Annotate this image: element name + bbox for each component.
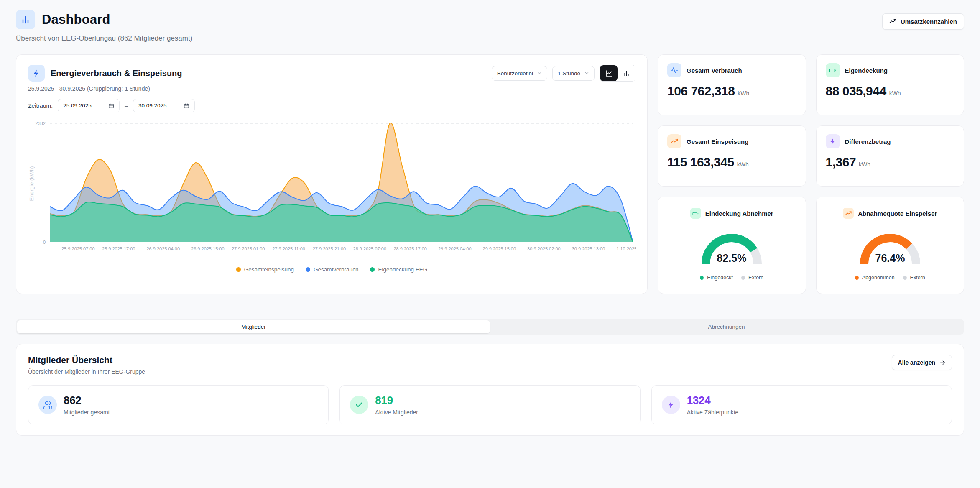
svg-text:30.9.2025 13:00: 30.9.2025 13:00 [572,246,605,251]
svg-text:30.9.2025 02:00: 30.9.2025 02:00 [527,246,561,251]
eindeckung-gauge: 82.5% [692,224,771,271]
gauge-legend: Abgenommen Extern [855,275,925,281]
chart-legend: Gesamteinspeisung Gesamtverbrauch Eigend… [28,266,635,273]
svg-text:28.9.2025 07:00: 28.9.2025 07:00 [353,246,387,251]
members-title: Mitglieder Übersicht [28,355,145,365]
stat-card-differenzbetrag: Differenzbetrag 1,367kWh [816,125,965,187]
page-subtitle: Übersicht von EEG-Oberlungau (862 Mitgli… [16,34,192,43]
energy-chart-svg: Energie (kWh) 2332025.9.2025 07:0025.9.2… [28,117,636,264]
svg-text:76.4%: 76.4% [875,252,905,264]
member-stat-total: 862 Mitglieder gesamt [28,385,329,424]
line-chart-icon [605,70,612,77]
svg-text:25.9.2025 07:00: 25.9.2025 07:00 [61,246,95,251]
svg-text:2332: 2332 [36,121,46,126]
chart-type-toggle [600,65,635,82]
stat-value: 106 762,318kWh [667,84,796,98]
zeitraum-label: Zeitraum: [28,102,53,109]
bar-chart-toggle-button[interactable] [618,65,635,81]
legend-item: Gesamtverbrauch [306,266,358,273]
check-icon [350,396,368,414]
stat-value: 115 163,345kWh [667,155,796,169]
legend-item: Gesamteinspeisung [236,266,294,273]
member-stat-meter-points: 1324 Aktive Zählerpunkte [651,385,952,424]
gauge-card-eindeckung-abnehmer: Eindeckung Abnehmer 82.5% Eingedeckt Ext… [658,197,806,294]
stat-card-gesamt-verbrauch: Gesamt Verbrauch 106 762,318kWh [658,54,806,115]
chart-subtitle: 25.9.2025 - 30.9.2025 (Gruppierung: 1 St… [28,85,182,92]
gauge-legend: Eingedeckt Extern [700,275,763,281]
section-tabs: Mitglieder Abrechnungen [16,319,964,335]
svg-text:27.9.2025 21:00: 27.9.2025 21:00 [313,246,346,251]
page-header: Dashboard Übersicht von EEG-Oberlungau (… [16,10,964,43]
member-total-value: 862 [64,394,110,407]
dashboard-page: Dashboard Übersicht von EEG-Oberlungau (… [0,0,980,446]
member-stat-active: 819 Aktive Mitglieder [339,385,640,424]
zap-icon [826,134,840,148]
svg-text:82.5%: 82.5% [717,252,747,264]
legend-item: Eigendeckung EEG [370,266,427,273]
date-from-input[interactable]: 25.09.2025 [58,99,120,112]
meter-points-value: 1324 [687,394,739,407]
page-title: Dashboard [42,12,110,27]
arrow-right-icon [939,360,946,366]
svg-text:0: 0 [43,240,46,245]
chart-header-left: Energieverbrauch & Einspeisung 25.9.2025… [28,65,182,92]
calendar-icon [184,103,189,109]
stats-column: Gesamt Verbrauch 106 762,318kWh Eigendec… [658,54,964,294]
svg-text:25.9.2025 17:00: 25.9.2025 17:00 [102,246,135,251]
y-axis-label: Energie (kWh) [28,166,35,201]
line-chart-toggle-button[interactable] [600,65,618,81]
svg-text:26.9.2025 04:00: 26.9.2025 04:00 [146,246,180,251]
svg-text:26.9.2025 15:00: 26.9.2025 15:00 [191,246,225,251]
date-separator: – [125,102,128,109]
calendar-icon [108,103,114,109]
svg-text:28.9.2025 17:00: 28.9.2025 17:00 [393,246,427,251]
gauge-card-abnahmequote-einspeiser: Abnahmequote Einspeiser 76.4% Abgenommen… [816,197,965,294]
tab-mitglieder[interactable]: Mitglieder [17,320,490,333]
stat-value: 88 035,944kWh [826,84,955,98]
bar-chart-icon [623,70,630,77]
trending-up-icon [889,18,896,25]
activity-icon [667,63,681,77]
date-to-input[interactable]: 30.09.2025 [133,99,195,112]
svg-text:1.10.2025 00:00: 1.10.2025 00:00 [616,246,636,251]
battery-icon [826,63,840,77]
svg-text:29.9.2025 15:00: 29.9.2025 15:00 [483,246,516,251]
interval-select[interactable]: 1 Stunde [552,66,595,81]
abnahmequote-gauge: 76.4% [850,224,930,271]
users-icon [38,396,57,414]
members-header: Mitglieder Übersicht Übersicht der Mitgl… [28,355,145,375]
chevron-down-icon [537,70,542,77]
chevron-down-icon [584,70,589,77]
trending-up-icon [843,208,854,219]
tab-abrechnungen[interactable]: Abrechnungen [490,320,963,333]
stat-value: 1,367kWh [826,155,955,169]
trending-up-icon [667,134,681,148]
header-left: Dashboard Übersicht von EEG-Oberlungau (… [16,10,192,43]
zap-icon [662,396,680,414]
stat-card-eigendeckung: Eigendeckung 88 035,944kWh [816,54,965,115]
chart-controls: Benutzerdefini 1 Stunde [492,65,635,82]
zeitraum-row: Zeitraum: 25.09.2025 – 30.09.2025 [28,99,635,112]
svg-text:27.9.2025 01:00: 27.9.2025 01:00 [232,246,265,251]
stat-card-gesamt-einspeisung: Gesamt Einspeisung 115 163,345kWh [658,125,806,187]
alle-anzeigen-button[interactable]: Alle anzeigen [892,355,952,370]
svg-text:29.9.2025 04:00: 29.9.2025 04:00 [438,246,472,251]
svg-text:27.9.2025 11:00: 27.9.2025 11:00 [272,246,305,251]
grouping-select[interactable]: Benutzerdefini [492,66,547,81]
bar-chart-icon [16,10,35,29]
energy-chart-card: Energieverbrauch & Einspeisung 25.9.2025… [16,54,648,294]
chart-title: Energieverbrauch & Einspeisung [51,69,182,78]
members-subtitle: Übersicht der Mitglieder in Ihrer EEG-Gr… [28,368,145,375]
umsatzkennzahlen-button[interactable]: Umsatzkennzahlen [882,13,964,30]
chart-body: Energie (kWh) 2332025.9.2025 07:0025.9.2… [28,117,635,273]
zap-icon [28,65,45,82]
battery-icon [690,208,701,219]
members-overview-card: Mitglieder Übersicht Übersicht der Mitgl… [16,344,964,436]
member-active-value: 819 [375,394,418,407]
